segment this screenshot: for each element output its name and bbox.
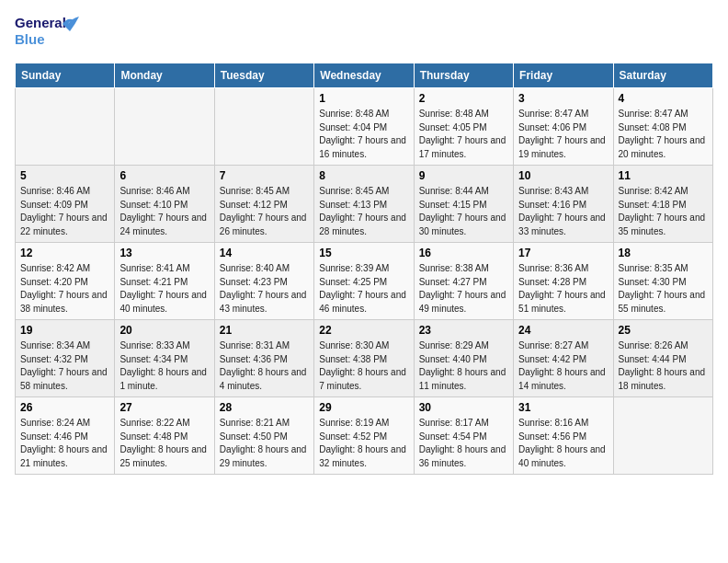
calendar-day-header: Friday [514,63,613,88]
day-number: 12 [20,247,109,259]
day-content: Sunrise: 8:42 AM Sunset: 4:20 PM Dayligh… [20,262,109,316]
day-number: 29 [319,401,408,414]
day-number: 11 [619,169,708,182]
day-number: 28 [220,401,309,414]
calendar-table: SundayMondayTuesdayWednesdayThursdayFrid… [15,63,713,475]
day-number: 26 [20,401,109,414]
calendar-cell [115,88,214,166]
day-number: 25 [619,324,708,337]
day-number: 10 [518,169,608,182]
day-number: 13 [119,247,209,259]
calendar-week-row: 5Sunrise: 8:46 AM Sunset: 4:09 PM Daylig… [16,166,713,243]
day-content: Sunrise: 8:41 AM Sunset: 4:21 PM Dayligh… [119,262,209,316]
calendar-cell: 31Sunrise: 8:16 AM Sunset: 4:56 PM Dayli… [514,397,613,475]
calendar-cell: 13Sunrise: 8:41 AM Sunset: 4:21 PM Dayli… [115,243,214,320]
day-number: 9 [419,169,508,182]
calendar-cell: 27Sunrise: 8:22 AM Sunset: 4:48 PM Dayli… [115,397,214,475]
day-number: 16 [419,247,508,259]
calendar-week-row: 26Sunrise: 8:24 AM Sunset: 4:46 PM Dayli… [16,397,713,475]
calendar-cell: 7Sunrise: 8:45 AM Sunset: 4:12 PM Daylig… [214,166,313,243]
logo-graphic: General Blue [15,15,61,53]
calendar-header-row: SundayMondayTuesdayWednesdayThursdayFrid… [16,63,713,88]
day-content: Sunrise: 8:40 AM Sunset: 4:23 PM Dayligh… [220,262,309,316]
day-number: 31 [518,401,608,414]
calendar-cell: 25Sunrise: 8:26 AM Sunset: 4:44 PM Dayli… [613,320,712,397]
calendar-day-header: Thursday [414,63,513,88]
calendar-day-header: Wednesday [314,63,414,88]
calendar-cell: 30Sunrise: 8:17 AM Sunset: 4:54 PM Dayli… [414,397,513,475]
day-content: Sunrise: 8:17 AM Sunset: 4:54 PM Dayligh… [419,417,508,470]
day-number: 2 [419,92,508,105]
day-number: 14 [220,247,309,259]
calendar-cell: 15Sunrise: 8:39 AM Sunset: 4:25 PM Dayli… [314,243,414,320]
day-content: Sunrise: 8:47 AM Sunset: 4:06 PM Dayligh… [518,108,608,161]
day-number: 6 [119,169,209,182]
day-number: 18 [619,247,708,259]
day-content: Sunrise: 8:29 AM Sunset: 4:40 PM Dayligh… [419,339,508,393]
calendar-cell: 17Sunrise: 8:36 AM Sunset: 4:28 PM Dayli… [514,243,613,320]
calendar-cell [613,397,712,475]
day-number: 19 [20,324,109,337]
calendar-cell: 22Sunrise: 8:30 AM Sunset: 4:38 PM Dayli… [314,320,414,397]
day-content: Sunrise: 8:39 AM Sunset: 4:25 PM Dayligh… [319,262,408,316]
day-content: Sunrise: 8:47 AM Sunset: 4:08 PM Dayligh… [619,108,708,161]
day-content: Sunrise: 8:27 AM Sunset: 4:42 PM Dayligh… [518,339,608,393]
day-content: Sunrise: 8:48 AM Sunset: 4:05 PM Dayligh… [419,108,508,161]
day-content: Sunrise: 8:44 AM Sunset: 4:15 PM Dayligh… [419,185,508,238]
day-number: 7 [220,169,309,182]
calendar-cell: 6Sunrise: 8:46 AM Sunset: 4:10 PM Daylig… [115,166,214,243]
day-content: Sunrise: 8:33 AM Sunset: 4:34 PM Dayligh… [119,339,209,393]
day-content: Sunrise: 8:38 AM Sunset: 4:27 PM Dayligh… [419,262,508,316]
logo-text-general: General [15,15,66,30]
calendar-cell: 12Sunrise: 8:42 AM Sunset: 4:20 PM Dayli… [16,243,115,320]
logo-text-blue: Blue [15,31,45,47]
calendar-cell: 18Sunrise: 8:35 AM Sunset: 4:30 PM Dayli… [613,243,712,320]
day-content: Sunrise: 8:21 AM Sunset: 4:50 PM Dayligh… [220,417,309,470]
day-content: Sunrise: 8:19 AM Sunset: 4:52 PM Dayligh… [319,417,408,470]
calendar-cell [16,88,115,166]
day-content: Sunrise: 8:31 AM Sunset: 4:36 PM Dayligh… [220,339,309,393]
day-content: Sunrise: 8:45 AM Sunset: 4:13 PM Dayligh… [319,185,408,238]
day-content: Sunrise: 8:46 AM Sunset: 4:09 PM Dayligh… [20,185,109,238]
calendar-cell: 16Sunrise: 8:38 AM Sunset: 4:27 PM Dayli… [414,243,513,320]
day-content: Sunrise: 8:34 AM Sunset: 4:32 PM Dayligh… [20,339,109,393]
calendar-cell [214,88,313,166]
calendar-day-header: Saturday [613,63,712,88]
calendar-cell: 20Sunrise: 8:33 AM Sunset: 4:34 PM Dayli… [115,320,214,397]
day-number: 8 [319,169,408,182]
day-content: Sunrise: 8:22 AM Sunset: 4:48 PM Dayligh… [119,417,209,470]
day-number: 27 [119,401,209,414]
calendar-cell: 8Sunrise: 8:45 AM Sunset: 4:13 PM Daylig… [314,166,414,243]
day-number: 4 [619,92,708,105]
day-number: 15 [319,247,408,259]
calendar-cell: 5Sunrise: 8:46 AM Sunset: 4:09 PM Daylig… [16,166,115,243]
calendar-cell: 26Sunrise: 8:24 AM Sunset: 4:46 PM Dayli… [16,397,115,475]
calendar-cell: 2Sunrise: 8:48 AM Sunset: 4:05 PM Daylig… [414,88,513,166]
calendar-cell: 9Sunrise: 8:44 AM Sunset: 4:15 PM Daylig… [414,166,513,243]
day-number: 22 [319,324,408,337]
calendar-week-row: 12Sunrise: 8:42 AM Sunset: 4:20 PM Dayli… [16,243,713,320]
calendar-cell: 11Sunrise: 8:42 AM Sunset: 4:18 PM Dayli… [613,166,712,243]
day-content: Sunrise: 8:16 AM Sunset: 4:56 PM Dayligh… [518,417,608,470]
day-content: Sunrise: 8:48 AM Sunset: 4:04 PM Dayligh… [319,108,408,161]
calendar-cell: 3Sunrise: 8:47 AM Sunset: 4:06 PM Daylig… [514,88,613,166]
calendar-day-header: Sunday [16,63,115,88]
calendar-day-header: Monday [115,63,214,88]
day-number: 1 [319,92,408,105]
calendar-cell: 10Sunrise: 8:43 AM Sunset: 4:16 PM Dayli… [514,166,613,243]
day-number: 5 [20,169,109,182]
calendar-cell: 14Sunrise: 8:40 AM Sunset: 4:23 PM Dayli… [214,243,313,320]
day-content: Sunrise: 8:35 AM Sunset: 4:30 PM Dayligh… [619,262,708,316]
calendar-cell: 29Sunrise: 8:19 AM Sunset: 4:52 PM Dayli… [314,397,414,475]
day-content: Sunrise: 8:30 AM Sunset: 4:38 PM Dayligh… [319,339,408,393]
page-header: General Blue [15,15,713,53]
calendar-cell: 24Sunrise: 8:27 AM Sunset: 4:42 PM Dayli… [514,320,613,397]
calendar-day-header: Tuesday [214,63,313,88]
logo-container: General Blue [15,15,61,53]
day-content: Sunrise: 8:26 AM Sunset: 4:44 PM Dayligh… [619,339,708,393]
day-number: 30 [419,401,508,414]
day-number: 20 [119,324,209,337]
calendar-cell: 21Sunrise: 8:31 AM Sunset: 4:36 PM Dayli… [214,320,313,397]
day-number: 3 [518,92,608,105]
calendar-cell: 28Sunrise: 8:21 AM Sunset: 4:50 PM Dayli… [214,397,313,475]
